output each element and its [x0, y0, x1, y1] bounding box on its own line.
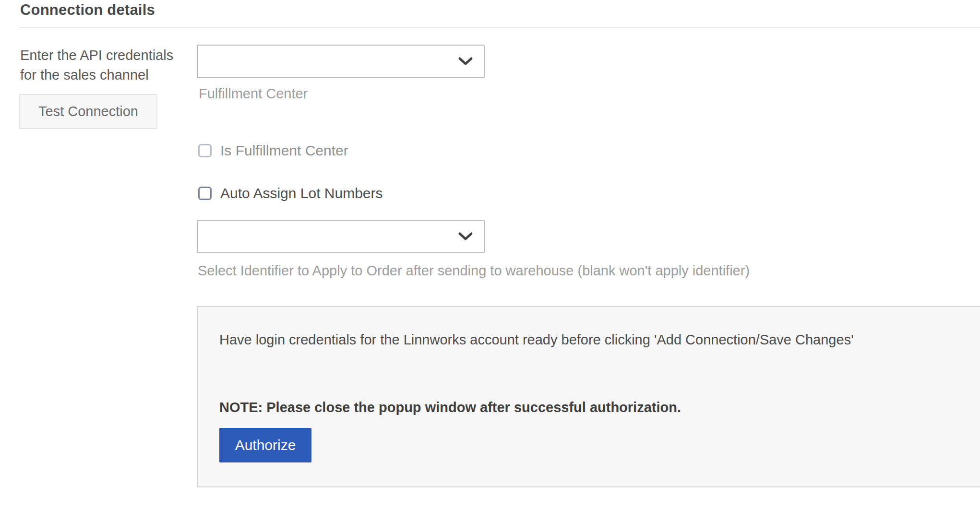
is-fulfillment-center-row: Is Fulfillment Center — [198, 142, 348, 159]
is-fulfillment-center-label[interactable]: Is Fulfillment Center — [220, 142, 348, 159]
login-credentials-instruction: Have login credentials for the Linnworks… — [219, 332, 854, 348]
auto-assign-lot-numbers-row: Auto Assign Lot Numbers — [198, 185, 383, 201]
auto-assign-lot-numbers-label[interactable]: Auto Assign Lot Numbers — [220, 185, 383, 201]
chevron-down-icon — [458, 232, 473, 241]
authorize-button[interactable]: Authorize — [219, 428, 311, 462]
chevron-down-icon — [458, 57, 473, 66]
fulfillment-center-label: Fulfillment Center — [199, 86, 308, 102]
api-credentials-description: Enter the API credentials for the sales … — [20, 46, 189, 85]
connection-details-page: Connection details Enter the API credent… — [0, 0, 980, 509]
test-connection-button[interactable]: Test Connection — [19, 94, 157, 129]
order-identifier-select[interactable] — [197, 220, 485, 253]
authorization-notice-panel: Have login credentials for the Linnworks… — [197, 306, 980, 487]
section-divider — [19, 27, 980, 28]
fulfillment-center-select[interactable] — [197, 45, 485, 78]
page-title: Connection details — [20, 1, 155, 19]
auto-assign-lot-numbers-checkbox[interactable] — [198, 187, 212, 200]
is-fulfillment-center-checkbox[interactable] — [198, 144, 212, 157]
order-identifier-label: Select Identifier to Apply to Order afte… — [198, 263, 750, 279]
popup-close-note: NOTE: Please close the popup window afte… — [219, 400, 681, 415]
